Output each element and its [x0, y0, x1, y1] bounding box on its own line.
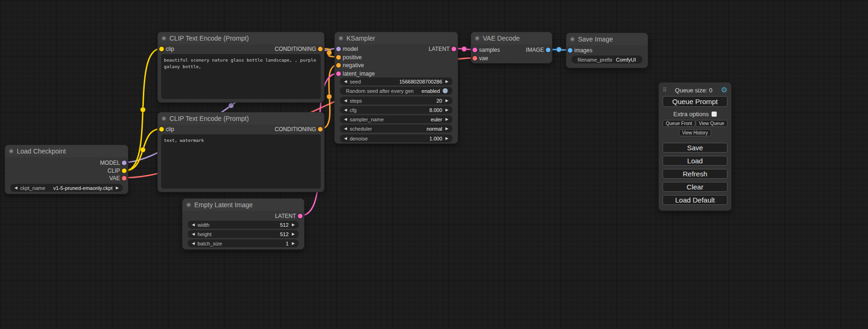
widget-sampler-name[interactable]: ◀ sampler_name euler ▶ [340, 115, 452, 123]
load-button[interactable]: Load [663, 156, 727, 166]
increment-arrow-icon[interactable]: ▶ [444, 115, 450, 123]
input-slot-clip[interactable] [159, 127, 164, 132]
queue-prompt-button[interactable]: Queue Prompt [663, 96, 727, 107]
decrement-arrow-icon[interactable]: ◀ [343, 97, 348, 105]
widget-seed[interactable]: ◀ seed 156680208700286 ▶ [340, 77, 452, 85]
output-slot-clip[interactable] [122, 168, 127, 173]
node-header[interactable]: Save Image [566, 33, 648, 45]
widget-ckpt-name[interactable]: ◀ ckpt_name v1-5-pruned-emaonly.ckpt ▶ [10, 184, 123, 192]
output-slot-conditioning[interactable] [318, 127, 323, 132]
node-title-text: Empty Latent Image [194, 201, 253, 209]
increment-arrow-icon[interactable]: ▶ [290, 221, 296, 229]
collapse-icon[interactable] [162, 36, 166, 41]
collapse-icon[interactable] [570, 37, 575, 42]
queue-front-button[interactable]: Queue Front [663, 120, 695, 127]
output-slot-conditioning[interactable] [318, 47, 323, 51]
decrement-arrow-icon[interactable]: ◀ [191, 221, 196, 229]
decrement-arrow-icon[interactable]: ◀ [343, 125, 348, 133]
widget-height[interactable]: ◀ height 512 ▶ [188, 230, 299, 238]
input-label-images: images [574, 47, 593, 54]
input-slot-positive[interactable] [336, 55, 341, 60]
increment-arrow-icon[interactable]: ▶ [444, 134, 450, 142]
input-slot-clip[interactable] [159, 47, 164, 51]
input-slot-latent-image[interactable] [336, 71, 341, 76]
widget-batch-size[interactable]: ◀ batch_size 1 ▶ [188, 239, 299, 247]
node-vae-decode[interactable]: VAE Decode samples vae IMAGE [471, 32, 552, 63]
settings-gear-icon[interactable]: ⚙ [721, 86, 727, 94]
collapse-icon[interactable] [339, 36, 343, 41]
node-title-text: Load Checkpoint [17, 147, 66, 155]
prompt-textarea[interactable]: beautiful scenery nature glass bottle la… [161, 54, 321, 99]
node-header[interactable]: Empty Latent Image [183, 199, 304, 211]
node-header[interactable]: VAE Decode [471, 32, 552, 44]
input-slot-samples[interactable] [473, 48, 477, 52]
widget-cfg[interactable]: ◀ cfg 8.000 ▶ [340, 106, 452, 114]
widget-width[interactable]: ◀ width 512 ▶ [188, 221, 299, 229]
input-slot-images[interactable] [568, 48, 572, 53]
decrement-arrow-icon[interactable]: ◀ [191, 230, 196, 238]
node-load-checkpoint[interactable]: Load Checkpoint MODEL CLIP VAE ◀ ckpt_na… [5, 145, 128, 194]
node-header[interactable]: CLIP Text Encode (Prompt) [158, 112, 324, 125]
increment-arrow-icon[interactable]: ▶ [444, 106, 450, 114]
clear-button[interactable]: Clear [663, 182, 727, 192]
view-queue-button[interactable]: View Queue [696, 120, 727, 127]
collapse-icon[interactable] [475, 36, 480, 41]
output-slot-image[interactable] [546, 48, 550, 52]
widget-steps[interactable]: ◀ steps 20 ▶ [340, 97, 452, 105]
input-slot-model[interactable] [336, 47, 341, 51]
widget-label: Random seed after every gen [346, 88, 414, 94]
node-ksampler[interactable]: KSampler model positive negative latent_… [334, 32, 458, 144]
save-button[interactable]: Save [663, 143, 727, 153]
widget-filename-prefix[interactable]: filename_prefix ComfyUI [572, 56, 642, 63]
node-title-text: VAE Decode [483, 35, 520, 42]
decrement-arrow-icon[interactable]: ◀ [343, 115, 348, 123]
node-title-text: Save Image [578, 35, 613, 43]
output-label-vae: VAE [109, 175, 120, 182]
node-clip-text-encode-negative[interactable]: CLIP Text Encode (Prompt) clip CONDITION… [157, 112, 325, 192]
output-slot-vae[interactable] [122, 176, 127, 181]
input-label-latent-image: latent_image [343, 70, 375, 77]
node-header[interactable]: CLIP Text Encode (Prompt) [158, 32, 324, 44]
decrement-arrow-icon[interactable]: ◀ [13, 184, 19, 192]
increment-arrow-icon[interactable]: ▶ [290, 230, 296, 238]
decrement-arrow-icon[interactable]: ◀ [343, 77, 348, 85]
output-slot-model[interactable] [122, 161, 127, 165]
toggle-knob[interactable] [443, 88, 448, 93]
decrement-arrow-icon[interactable]: ◀ [343, 106, 348, 114]
extra-options-label: Extra options [673, 111, 709, 118]
node-save-image[interactable]: Save Image images filename_prefix ComfyU… [566, 33, 648, 68]
output-label-clip: CLIP [107, 167, 120, 175]
widget-random-seed-toggle[interactable]: Random seed after every gen enabled [340, 87, 452, 95]
drag-handle-icon[interactable]: ⠿ [663, 87, 667, 93]
decrement-arrow-icon[interactable]: ◀ [191, 239, 196, 247]
widget-value: normal [374, 126, 442, 132]
widget-value: 156680208700286 [363, 79, 442, 84]
increment-arrow-icon[interactable]: ▶ [444, 77, 450, 85]
widget-scheduler[interactable]: ◀ scheduler normal ▶ [340, 125, 452, 133]
increment-arrow-icon[interactable]: ▶ [290, 239, 296, 247]
prompt-textarea[interactable]: text, watermark [161, 134, 321, 189]
decrement-arrow-icon[interactable]: ◀ [343, 134, 348, 142]
increment-arrow-icon[interactable]: ▶ [444, 97, 450, 105]
widget-label: filename_prefix [578, 57, 613, 63]
input-slot-vae[interactable] [473, 56, 477, 61]
collapse-icon[interactable] [162, 116, 166, 121]
node-header[interactable]: KSampler [335, 32, 458, 44]
widget-label: seed [350, 79, 361, 84]
view-history-button[interactable]: View History [679, 129, 711, 136]
load-default-button[interactable]: Load Default [663, 195, 727, 205]
input-slot-negative[interactable] [336, 63, 341, 68]
collapse-icon[interactable] [186, 203, 191, 207]
refresh-button[interactable]: Refresh [663, 169, 727, 179]
collapse-icon[interactable] [9, 149, 14, 154]
output-slot-latent[interactable] [298, 214, 303, 218]
node-header[interactable]: Load Checkpoint [5, 145, 128, 157]
widget-denoise[interactable]: ◀ denoise 1.000 ▶ [340, 134, 452, 142]
node-clip-text-encode-positive[interactable]: CLIP Text Encode (Prompt) clip CONDITION… [157, 32, 325, 103]
output-slot-latent[interactable] [452, 47, 456, 51]
widget-label: ckpt_name [20, 185, 45, 191]
extra-options-checkbox[interactable] [712, 112, 717, 117]
node-empty-latent-image[interactable]: Empty Latent Image LATENT ◀ width 512 ▶ … [182, 198, 304, 250]
increment-arrow-icon[interactable]: ▶ [444, 125, 450, 133]
increment-arrow-icon[interactable]: ▶ [114, 184, 120, 192]
